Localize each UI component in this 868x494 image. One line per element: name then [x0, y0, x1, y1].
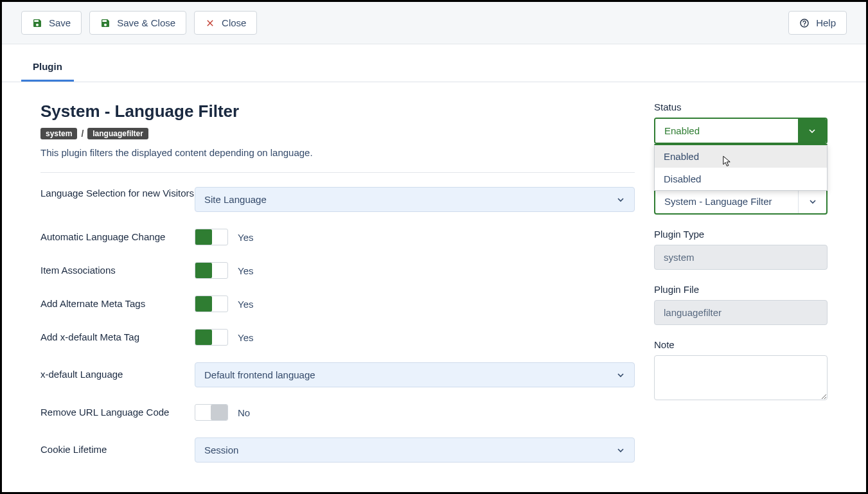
toggle-value: Yes	[238, 232, 253, 243]
plugin-type-label: Plugin Type	[654, 229, 828, 240]
item-assoc-toggle[interactable]	[195, 262, 228, 279]
chevron-down-icon	[798, 190, 826, 213]
badge-type: system	[40, 128, 77, 139]
badge-file: languagefilter	[87, 128, 148, 139]
plugin-file-label: Plugin File	[654, 284, 828, 295]
select-value: Site Language	[195, 187, 635, 212]
save-close-label: Save & Close	[117, 17, 175, 28]
field-label: Item Associations	[40, 264, 195, 277]
field-label: Remove URL Language Code	[40, 406, 195, 419]
save-button[interactable]: Save	[21, 11, 82, 35]
close-button[interactable]: Close	[194, 11, 257, 35]
field-label: Add Alternate Meta Tags	[40, 297, 195, 310]
main-column: System - Language Filter system / langua…	[21, 101, 635, 479]
toggle-value: Yes	[238, 265, 253, 276]
slash: /	[81, 128, 84, 139]
status-dropdown: Enabled Disabled	[654, 144, 828, 191]
status-select[interactable]: Enabled Enabled Disabled	[654, 118, 828, 144]
field-label: Automatic Language Change	[40, 231, 195, 243]
page-title: System - Language Filter	[40, 101, 635, 121]
ordering-value: System - Language Filter	[655, 190, 798, 213]
cookie-lifetime-select[interactable]: Session	[195, 437, 635, 463]
alt-meta-toggle[interactable]	[195, 296, 228, 312]
field-label: Language Selection for new Visitors	[40, 187, 195, 200]
plugin-file-value: languagefilter	[654, 300, 828, 325]
save-label: Save	[49, 17, 71, 28]
remove-url-toggle[interactable]	[195, 404, 228, 421]
select-value: Session	[195, 437, 635, 463]
chevron-down-icon	[798, 119, 826, 143]
toolbar: Save Save & Close Close Help	[2, 2, 866, 44]
xdefault-meta-toggle[interactable]	[195, 329, 228, 346]
toggle-value: Yes	[238, 332, 253, 343]
note-input[interactable]	[654, 355, 828, 400]
tab-plugin[interactable]: Plugin	[21, 53, 74, 82]
save-close-button[interactable]: Save & Close	[89, 11, 186, 35]
status-option-enabled[interactable]: Enabled	[655, 145, 827, 168]
auto-lang-toggle[interactable]	[195, 229, 228, 245]
save-icon	[100, 18, 111, 28]
xdefault-lang-select[interactable]: Default frontend language	[195, 362, 635, 387]
plugin-type-value: system	[654, 245, 828, 270]
close-icon	[205, 18, 215, 28]
save-icon	[32, 18, 42, 28]
field-label: Cookie Lifetime	[40, 443, 195, 456]
help-button[interactable]: Help	[788, 11, 847, 35]
status-value: Enabled	[655, 119, 798, 143]
ordering-select[interactable]: System - Language Filter	[654, 188, 828, 215]
status-label: Status	[654, 101, 828, 112]
close-label: Close	[222, 17, 246, 28]
plugin-description: This plugin filters the displayed conten…	[40, 147, 635, 158]
help-label: Help	[816, 17, 836, 28]
field-label: Add x-default Meta Tag	[40, 331, 195, 344]
lang-selection-select[interactable]: Site Language	[195, 187, 635, 212]
breadcrumb: system / languagefilter	[40, 128, 635, 139]
side-column: Status Enabled Enabled Disabled Ordering…	[654, 101, 847, 479]
field-label: x-default Language	[40, 368, 195, 381]
help-icon	[799, 18, 810, 28]
select-value: Default frontend language	[195, 362, 635, 387]
toggle-value: Yes	[238, 299, 253, 310]
note-label: Note	[654, 339, 828, 350]
status-option-disabled[interactable]: Disabled	[655, 168, 827, 190]
tabs: Plugin	[2, 53, 866, 82]
toggle-value: No	[238, 407, 250, 418]
